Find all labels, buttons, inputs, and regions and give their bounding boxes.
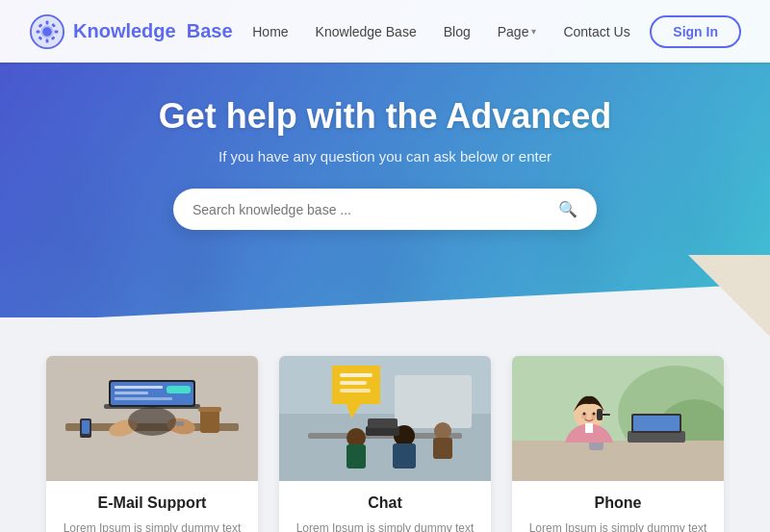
logo: Knowledge Base <box>29 13 233 50</box>
svg-rect-23 <box>198 407 221 412</box>
svg-rect-15 <box>115 386 163 389</box>
phone-card-title: Phone <box>524 494 712 512</box>
logo-text-part2: Base <box>187 20 233 41</box>
email-card-illustration <box>46 356 258 481</box>
chevron-down-icon: ▾ <box>531 26 536 37</box>
svg-rect-30 <box>395 375 472 428</box>
decorative-triangle <box>688 255 770 337</box>
svg-rect-21 <box>176 421 184 426</box>
svg-point-56 <box>583 413 586 416</box>
gear-icon <box>29 13 65 50</box>
chat-card-desc: Lorem Ipsum is simply dummy text of the … <box>291 519 479 532</box>
support-cards-row: E-Mail Support Lorem Ipsum is simply dum… <box>38 356 732 532</box>
svg-rect-53 <box>601 414 610 416</box>
svg-point-40 <box>434 422 451 440</box>
bottom-section: E-Mail Support Lorem Ipsum is simply dum… <box>0 317 770 532</box>
svg-rect-31 <box>340 373 372 377</box>
chat-card-title: Chat <box>291 494 479 512</box>
email-support-card: E-Mail Support Lorem Ipsum is simply dum… <box>46 356 258 532</box>
nav-contact[interactable]: Contact Us <box>563 24 629 39</box>
phone-card-body: Phone Lorem Ipsum is simply dummy text o… <box>512 481 724 532</box>
phone-card-illustration <box>512 356 724 481</box>
svg-rect-32 <box>340 381 367 385</box>
nav-page[interactable]: Page ▾ <box>498 24 537 39</box>
svg-rect-45 <box>512 441 724 481</box>
hero-subtitle: If you have any question you can ask bel… <box>218 148 552 165</box>
svg-rect-35 <box>346 444 366 469</box>
search-input[interactable] <box>192 202 558 217</box>
nav-knowledge-base[interactable]: Knowledge Base <box>316 24 417 39</box>
svg-rect-3 <box>46 38 49 42</box>
svg-rect-5 <box>55 30 59 33</box>
svg-rect-33 <box>340 389 371 393</box>
nav-home[interactable]: Home <box>252 24 288 39</box>
email-card-image <box>46 356 258 481</box>
chat-card-illustration <box>279 356 491 481</box>
svg-rect-48 <box>633 416 680 431</box>
svg-rect-18 <box>167 386 191 393</box>
hero-title: Get help with the Advanced <box>159 96 612 137</box>
svg-point-57 <box>593 413 596 416</box>
svg-rect-25 <box>82 420 90 434</box>
main-nav: Home Knowledge Base Blog Page ▾ Contact … <box>252 24 629 39</box>
svg-point-26 <box>128 407 176 436</box>
svg-rect-17 <box>115 397 172 400</box>
logo-text: Knowledge Base <box>73 20 233 42</box>
svg-rect-2 <box>46 20 49 24</box>
header: Knowledge Base Home Knowledge Base Blog … <box>0 0 770 63</box>
chat-card: Chat Lorem Ipsum is simply dummy text of… <box>279 356 491 532</box>
phone-card-image <box>512 356 724 481</box>
chat-card-image <box>279 356 491 481</box>
email-card-body: E-Mail Support Lorem Ipsum is simply dum… <box>46 481 258 532</box>
sign-in-button[interactable]: Sign In <box>650 15 741 48</box>
svg-rect-4 <box>37 30 40 33</box>
phone-card-desc: Lorem Ipsum is simply dummy text of the … <box>524 519 712 532</box>
email-card-desc: Lorem Ipsum is simply dummy text of the … <box>58 519 246 532</box>
svg-rect-51 <box>585 423 593 433</box>
search-bar: 🔍 <box>173 189 597 230</box>
logo-text-part1: Knowledge <box>73 20 176 41</box>
chat-card-body: Chat Lorem Ipsum is simply dummy text of… <box>279 481 491 532</box>
svg-rect-41 <box>433 438 452 459</box>
phone-card: Phone Lorem Ipsum is simply dummy text o… <box>512 356 724 532</box>
nav-blog[interactable]: Blog <box>444 24 471 39</box>
search-icon: 🔍 <box>558 200 578 218</box>
nav-page-label: Page <box>498 24 529 39</box>
svg-rect-37 <box>393 443 416 469</box>
svg-rect-22 <box>200 409 219 433</box>
email-card-title: E-Mail Support <box>58 494 246 512</box>
svg-rect-39 <box>368 418 398 428</box>
svg-rect-16 <box>115 392 148 394</box>
